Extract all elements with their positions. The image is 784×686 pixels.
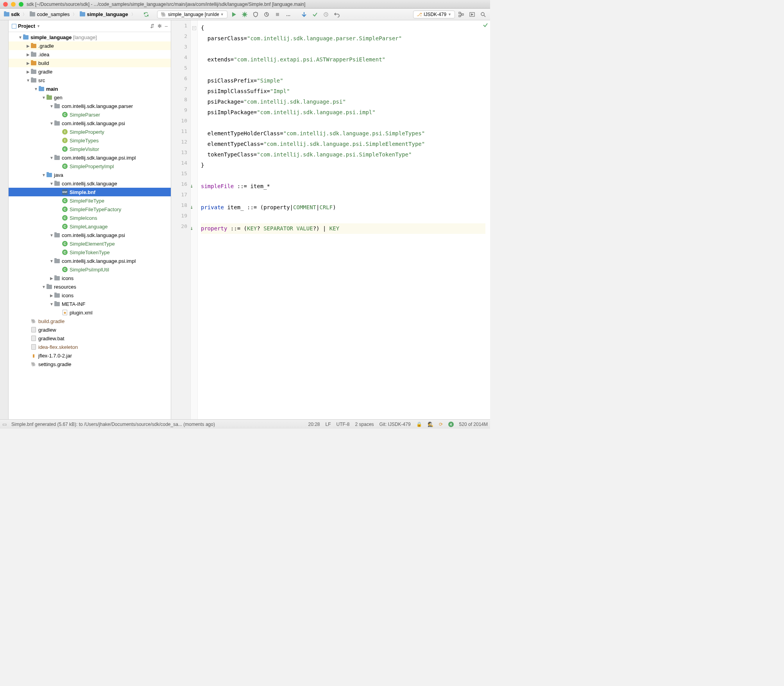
fold-strip[interactable]: – [191, 20, 198, 419]
svg-point-8 [481, 13, 484, 16]
tree-item: SimpleTokenType [70, 250, 110, 255]
tree-item: build.gradle [38, 318, 64, 324]
branch-label: IJSDK-479 [424, 12, 446, 17]
ide-status-icon[interactable]: ⟳ [439, 422, 443, 427]
status-bar: ▭ Simple.bnf generated (5.67 kB): to /Us… [0, 419, 490, 429]
vcs-update-button[interactable] [299, 10, 309, 19]
tree-item: SimpleParser [70, 112, 100, 118]
collapse-icon[interactable]: ⇵ [150, 23, 154, 29]
folder-icon [4, 12, 9, 16]
folder-icon [80, 12, 85, 16]
class-icon: C [62, 146, 68, 152]
navigation-toolbar: sdk 〉 code_samples 〉 simple_language 〉 🐘… [0, 9, 490, 20]
tree-item: main [46, 86, 58, 92]
revert-button[interactable] [332, 10, 342, 19]
tree-item: gradlew [38, 327, 56, 333]
tree-item: icons [62, 293, 73, 298]
indent-indicator[interactable]: 2 spaces [355, 422, 374, 427]
tree-item: resources [54, 284, 76, 290]
code-area[interactable]: { parserClass="com.intellij.sdk.language… [198, 20, 490, 419]
sync-icon[interactable] [141, 10, 151, 19]
coverage-button[interactable] [251, 10, 260, 19]
run-config-selector[interactable]: 🐘 simple_language [runIde] ▼ [157, 11, 227, 18]
line-separator[interactable]: LF [326, 422, 331, 427]
class-icon: C [62, 267, 68, 272]
tree-item: SimplePsiImplUtil [70, 267, 109, 273]
breadcrumb-code-samples[interactable]: code_samples [28, 11, 71, 18]
run-button[interactable] [229, 10, 238, 19]
profile-button[interactable] [262, 10, 271, 19]
chevron-right-icon: 〉 [23, 12, 27, 17]
elephant-icon: 🐘 [161, 12, 166, 17]
interface-icon: I [62, 129, 68, 135]
inspection-ok-icon[interactable] [482, 22, 489, 29]
hide-button[interactable]: – [165, 23, 168, 29]
class-icon: C [62, 163, 68, 169]
tree-item: com.intellij.sdk.language.psi.impl [62, 155, 136, 161]
bnf-icon: BNF [62, 189, 68, 195]
svg-rect-6 [462, 14, 464, 15]
chevron-right-icon: 〉 [131, 12, 135, 17]
jar-icon: ▮ [30, 353, 37, 358]
fold-toggle-icon[interactable]: – [192, 26, 196, 30]
file-icon [31, 327, 36, 332]
search-everywhere-button[interactable] [478, 10, 488, 19]
file-icon [31, 344, 36, 350]
git-status[interactable]: Git: IJSDK-479 [379, 422, 411, 427]
override-gutter-icon[interactable]: ↓ [190, 183, 193, 189]
tree-item: settings.gradle [38, 361, 72, 367]
tree-item: SimpleVisitor [70, 146, 99, 152]
titlebar: sdk [~/Documents/source/sdk] - .../code_… [0, 0, 490, 9]
branch-icon: ⎇ [417, 12, 422, 17]
editor[interactable]: 123456789101112131415 16↓ 17 18↓ 19 20↓ … [171, 20, 490, 419]
more-run-button[interactable]: ... [284, 10, 293, 19]
tree-item: idea-flex.skeleton [38, 344, 78, 350]
root-node: simple_language [30, 34, 72, 40]
tree-item: SimplePropertyImpl [70, 163, 114, 169]
caret-position[interactable]: 20:28 [308, 422, 320, 427]
tree-item-selected: BNFSimple.bnf [9, 188, 171, 196]
stop-button[interactable] [273, 10, 282, 19]
status-icon[interactable]: ▭ [2, 422, 7, 427]
gutter[interactable]: 123456789101112131415 16↓ 17 18↓ 19 20↓ [171, 20, 191, 419]
window-title: sdk [~/Documents/source/sdk] - .../code_… [27, 2, 305, 7]
memory-indicator[interactable]: 520 of 2014M [459, 422, 488, 427]
tree-item: SimpleIcons [70, 215, 97, 221]
lock-icon[interactable]: 🔒 [416, 422, 422, 427]
project-tree[interactable]: ▼simple_language [language] ▶.gradle ▶.i… [9, 32, 171, 419]
tree-item: com.intellij.sdk.language.parser [62, 103, 133, 109]
tree-item: icons [62, 275, 73, 281]
project-structure-button[interactable] [456, 10, 466, 19]
svg-rect-5 [459, 15, 460, 17]
minimize-window-button[interactable] [11, 2, 16, 7]
project-view-selector[interactable]: Project ▼ [12, 23, 40, 29]
notifications-badge[interactable]: 4 [448, 422, 454, 427]
class-icon: C [62, 198, 68, 203]
tree-item: SimpleProperty [70, 129, 104, 135]
tree-item: SimpleLanguage [70, 224, 108, 230]
debug-button[interactable] [240, 10, 249, 19]
tree-item: SimpleElementType [70, 241, 115, 247]
breadcrumb-simple-language[interactable]: simple_language [78, 11, 129, 18]
close-window-button[interactable] [3, 2, 8, 7]
tree-item: com.intellij.sdk.language.psi [62, 120, 125, 126]
left-tool-strip[interactable] [0, 20, 9, 419]
git-branch-selector[interactable]: ⎇ IJSDK-479 ▼ [413, 11, 455, 18]
breadcrumb-sdk[interactable]: sdk [2, 11, 21, 18]
tree-item: gradle [38, 69, 52, 75]
tree-item: .idea [38, 52, 49, 57]
project-tool-header: Project ▼ ⇵ ✻ – [9, 20, 171, 32]
run-anything-icon[interactable] [467, 10, 477, 19]
svg-rect-4 [459, 12, 460, 14]
class-icon: C [62, 224, 68, 229]
settings-icon[interactable]: ✻ [158, 23, 162, 29]
override-gutter-icon[interactable]: ↓ [190, 204, 193, 210]
maximize-window-button[interactable] [19, 2, 23, 7]
tree-item: java [54, 172, 63, 178]
vcs-commit-button[interactable] [310, 10, 320, 19]
inspector-icon[interactable]: 🕵️ [428, 422, 433, 427]
history-icon[interactable] [321, 10, 331, 19]
run-config-label: simple_language [runIde] [168, 12, 219, 17]
override-gutter-icon[interactable]: ↓ [190, 225, 193, 231]
file-encoding[interactable]: UTF-8 [337, 422, 350, 427]
